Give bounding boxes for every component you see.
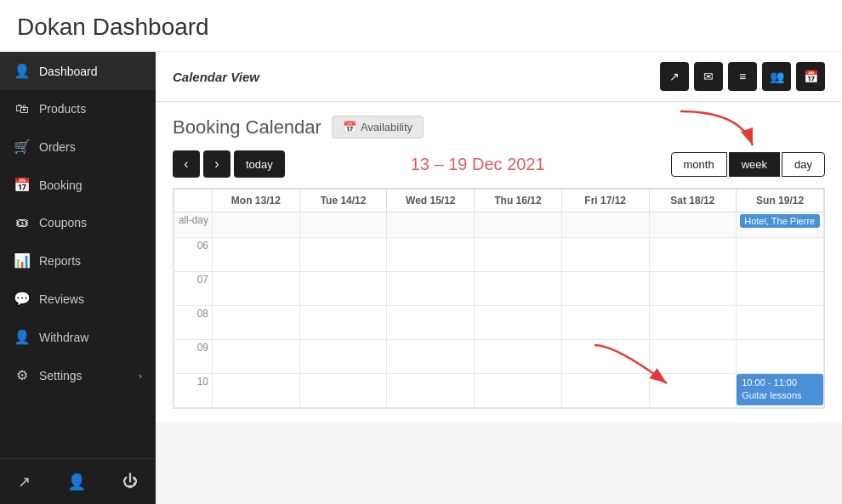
allday-sat — [649, 212, 737, 238]
slot-09-thu — [475, 340, 562, 374]
sidebar-item-reports[interactable]: 📊 Reports — [0, 241, 156, 280]
day-view-btn[interactable]: day — [782, 152, 825, 177]
main-content: Calendar View ↗ ✉ ≡ 👥 📅 — [156, 52, 842, 504]
sidebar-bottom: ↗ 👤 ⏻ — [0, 458, 156, 504]
col-wed: Wed 15/12 — [387, 190, 475, 212]
sidebar-item-withdraw[interactable]: 👤 Withdraw — [0, 318, 156, 356]
booking-top: Booking Calendar 📅 Availability — [173, 116, 825, 139]
slot-07-mon — [213, 272, 300, 306]
slot-09-mon — [213, 340, 300, 374]
slot-06-mon — [213, 238, 300, 272]
calendar-table: Mon 13/12 Tue 14/12 Wed 15/12 Thu 16/12 … — [174, 189, 824, 408]
guitar-event[interactable]: 10:00 - 11:00 Guitar lessons — [737, 374, 823, 405]
time-10: 10 — [174, 374, 213, 408]
time-row-06: 06 — [174, 238, 824, 272]
calendar-view-header: Calendar View ↗ ✉ ≡ 👥 📅 — [156, 52, 842, 102]
slot-07-sun — [737, 272, 824, 306]
calendar-add-btn[interactable]: 📅 — [796, 62, 825, 91]
prev-btn[interactable]: ‹ — [173, 150, 200, 178]
slot-07-tue — [299, 272, 387, 306]
settings-chevron-icon: › — [139, 371, 142, 381]
hotel-event[interactable]: Hotel, The Pierre — [740, 214, 820, 228]
calendar-view-title: Calendar View — [173, 70, 259, 84]
slot-08-tue — [299, 306, 387, 340]
group-btn[interactable]: 👥 — [762, 62, 791, 91]
slot-07-thu — [475, 272, 562, 306]
allday-thu — [475, 212, 562, 238]
today-button[interactable]: today — [234, 150, 285, 178]
sidebar-item-label: Booking — [39, 178, 82, 192]
settings-icon: ⚙ — [14, 367, 31, 383]
power-icon[interactable]: ⏻ — [114, 467, 146, 496]
page-title: Dokan Dashboard — [0, 0, 842, 52]
user-icon[interactable]: 👤 — [59, 467, 94, 496]
next-btn[interactable]: › — [203, 150, 230, 178]
reviews-icon: 💬 — [14, 291, 31, 307]
availability-label: Availability — [361, 121, 412, 133]
slot-10-sat — [649, 374, 737, 408]
slot-06-sat — [649, 238, 737, 272]
next-icon: › — [214, 156, 219, 172]
time-row-07: 07 — [174, 272, 824, 306]
guitar-event-time: 10:00 - 11:00 — [742, 377, 818, 389]
view-toggle: month week day — [671, 152, 825, 177]
sidebar-item-coupons[interactable]: 🎟 Coupons — [0, 204, 156, 241]
time-header — [174, 190, 213, 212]
mail-btn[interactable]: ✉ — [694, 62, 723, 91]
coupons-icon: 🎟 — [14, 215, 31, 230]
red-arrow-1 — [672, 107, 757, 154]
orders-icon: 🛒 — [14, 139, 31, 155]
allday-mon — [213, 212, 300, 238]
slot-09-tue — [299, 340, 387, 374]
week-view-btn[interactable]: week — [729, 152, 780, 177]
allday-wed — [387, 212, 475, 238]
calendar-icon: 📅 — [343, 121, 356, 133]
month-view-btn[interactable]: month — [671, 152, 727, 177]
slot-06-sun — [737, 238, 824, 272]
withdraw-icon: 👤 — [14, 329, 31, 345]
slot-10-wed — [387, 374, 475, 408]
calendar-add-icon: 📅 — [804, 70, 818, 83]
slot-09-sun — [737, 340, 824, 374]
slot-08-mon — [213, 306, 300, 340]
sidebar-item-orders[interactable]: 🛒 Orders — [0, 127, 156, 166]
sidebar-item-booking[interactable]: 📅 Booking — [0, 166, 156, 204]
exit-icon[interactable]: ↗ — [9, 467, 39, 496]
booking-icon: 📅 — [14, 177, 31, 193]
calendar-wrapper: Mon 13/12 Tue 14/12 Wed 15/12 Thu 16/12 … — [173, 188, 825, 409]
availability-button[interactable]: 📅 Availability — [332, 116, 424, 139]
allday-fri — [561, 212, 649, 238]
prev-icon: ‹ — [184, 156, 188, 172]
slot-10-sun[interactable]: 10:00 - 11:00 Guitar lessons — [737, 374, 824, 408]
external-link-btn[interactable]: ↗ — [660, 62, 689, 91]
sidebar-item-products[interactable]: 🛍 Products — [0, 90, 156, 127]
sidebar-item-settings[interactable]: ⚙ Settings › — [0, 356, 156, 394]
slot-10-tue — [299, 374, 387, 408]
slot-08-sat — [649, 306, 737, 340]
booking-area: Booking Calendar 📅 Availability — [156, 102, 842, 422]
reports-icon: 📊 — [14, 252, 31, 269]
list-btn[interactable]: ≡ — [728, 62, 757, 91]
guitar-event-title: Guitar lessons — [742, 389, 818, 402]
sidebar: 👤 Dashboard 🛍 Products 🛒 Orders 📅 Bookin… — [0, 52, 156, 504]
sidebar-item-label: Reports — [39, 254, 81, 268]
sidebar-item-label: Products — [39, 102, 86, 116]
slot-09-fri — [561, 340, 649, 374]
slot-07-fri — [561, 272, 649, 306]
group-icon: 👥 — [770, 70, 784, 83]
allday-sun[interactable]: Hotel, The Pierre — [737, 212, 824, 238]
slot-08-thu — [475, 306, 562, 340]
slot-08-fri — [561, 306, 649, 340]
allday-tue — [299, 212, 387, 238]
dashboard-icon: 👤 — [14, 63, 31, 79]
slot-06-tue — [299, 238, 387, 272]
slot-07-sat — [649, 272, 737, 306]
slot-09-wed — [387, 340, 475, 374]
slot-06-thu — [475, 238, 562, 272]
calendar-controls: ‹ › today 13 – 19 Dec 2021 month week da… — [173, 150, 825, 178]
layout: 👤 Dashboard 🛍 Products 🛒 Orders 📅 Bookin… — [0, 52, 842, 504]
sidebar-item-reviews[interactable]: 💬 Reviews — [0, 280, 156, 318]
sidebar-item-label: Orders — [39, 140, 76, 154]
slot-08-wed — [387, 306, 475, 340]
sidebar-item-dashboard[interactable]: 👤 Dashboard — [0, 52, 156, 90]
